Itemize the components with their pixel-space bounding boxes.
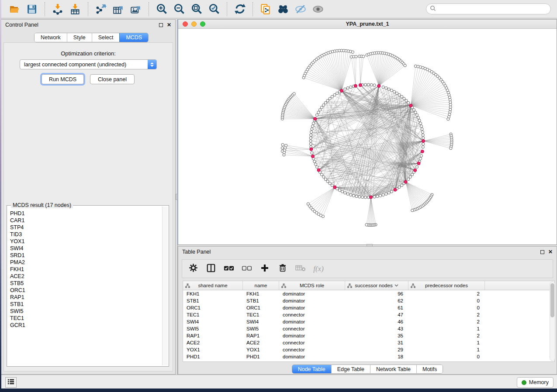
table-row[interactable]: RAP1RAP1dominator352 [183, 332, 554, 339]
task-history-button[interactable] [5, 377, 17, 388]
search-input[interactable] [438, 6, 547, 13]
delete-table-button[interactable] [295, 263, 306, 275]
split-panel-button[interactable] [205, 263, 217, 275]
mcds-result-item[interactable]: STB1 [8, 301, 162, 308]
mcds-result-item[interactable]: FKH1 [8, 266, 162, 273]
delete-column-button[interactable] [277, 263, 288, 275]
tab-select[interactable]: Select [92, 33, 120, 42]
close-panel-icon[interactable]: ✕ [167, 23, 171, 27]
mcds-result-item[interactable]: STP4 [8, 224, 162, 231]
import-table-button[interactable] [66, 1, 84, 17]
export-image-button[interactable] [127, 1, 145, 17]
mcds-result-item[interactable]: YOX1 [8, 238, 162, 245]
network-titlebar[interactable]: YPA_prune.txt_1 [178, 20, 557, 29]
mcds-result-item[interactable]: CAR1 [8, 217, 162, 224]
close-panel-button[interactable]: Close panel [90, 74, 135, 84]
mcds-result-item[interactable]: STB5 [8, 280, 162, 287]
column-header-predecessor-nodes[interactable]: predecessor nodes [408, 281, 485, 290]
mcds-result-item[interactable]: GCR1 [8, 322, 162, 329]
mcds-result-item[interactable]: TEC1 [8, 315, 162, 322]
tab-network-table[interactable]: Network Table [370, 365, 416, 373]
mcds-node[interactable] [404, 180, 407, 183]
table-row[interactable]: YOX1YOX1connector291 [183, 346, 554, 353]
mcds-result-item[interactable]: RAP1 [8, 294, 162, 301]
export-network-button[interactable] [92, 1, 110, 17]
mcds-node[interactable] [377, 84, 381, 87]
column-header-name[interactable]: name [243, 281, 279, 290]
table-row[interactable]: SWI4SWI4dominator462 [183, 318, 554, 325]
table-settings-button[interactable] [187, 263, 199, 275]
mcds-node[interactable] [421, 150, 424, 153]
mcds-node[interactable] [354, 84, 357, 87]
float-panel-icon[interactable] [540, 250, 544, 254]
mcds-node[interactable] [417, 162, 420, 165]
scrollbar-thumb[interactable] [550, 283, 554, 317]
tab-node-table[interactable]: Node Table [292, 365, 331, 373]
column-header-successor-nodes[interactable]: successor nodes [345, 281, 408, 290]
tab-network[interactable]: Network [35, 33, 67, 42]
create-column-button[interactable] [259, 263, 270, 275]
memory-button[interactable]: Memory [517, 377, 554, 388]
mcds-node[interactable] [340, 89, 343, 92]
mcds-node[interactable] [310, 148, 313, 151]
tab-style[interactable]: Style [67, 33, 92, 42]
mcds-node[interactable] [333, 186, 336, 189]
table-row[interactable]: ORC1ORC1dominator610 [183, 304, 554, 311]
table-row[interactable]: STB1STB1dominator620 [183, 297, 554, 304]
export-table-button[interactable] [110, 1, 127, 17]
table-row[interactable]: TEC1TEC1connector472 [183, 311, 554, 318]
save-session-button[interactable] [23, 1, 41, 17]
mcds-result-item[interactable]: ORC1 [8, 287, 162, 294]
zoom-out-button[interactable] [170, 1, 188, 17]
mcds-list-scrollbar[interactable] [162, 206, 168, 365]
network-search-field[interactable] [426, 3, 551, 14]
network-graph[interactable] [178, 29, 557, 244]
optimization-criterion-dropdown[interactable]: largest connected component (undirected) [20, 59, 157, 69]
refresh-button[interactable] [231, 1, 249, 17]
mcds-node[interactable] [409, 104, 412, 107]
column-label: predecessor nodes [425, 283, 468, 288]
mcds-node[interactable] [369, 196, 372, 199]
mcds-node[interactable] [394, 188, 397, 191]
mcds-node[interactable] [422, 139, 425, 142]
column-header-shared-name[interactable]: shared name [183, 281, 243, 290]
mcds-result-item[interactable]: PHD1 [8, 210, 162, 217]
mcds-node[interactable] [359, 83, 362, 86]
mcds-node[interactable] [311, 155, 314, 158]
mcds-result-item[interactable]: ACE2 [8, 273, 162, 280]
first-neighbors-button[interactable] [274, 1, 292, 17]
mcds-node[interactable] [317, 168, 320, 172]
mcds-node[interactable] [314, 117, 317, 120]
network-canvas[interactable] [178, 29, 557, 244]
table-row[interactable]: PHD1PHD1dominator180 [183, 353, 554, 360]
mcds-result-item[interactable]: TID3 [8, 231, 162, 238]
open-session-button[interactable] [6, 1, 23, 17]
tab-edge-table[interactable]: Edge Table [331, 365, 370, 373]
table-scrollbar[interactable] [550, 282, 555, 361]
column-header-mcds-role[interactable]: MCDS role [279, 281, 345, 290]
zoom-fit-button[interactable] [188, 1, 205, 17]
import-network-button[interactable] [49, 1, 66, 17]
list-icon [7, 378, 15, 387]
table-row[interactable]: FKH1FKH1dominator962 [183, 290, 554, 297]
zoom-selected-button[interactable] [205, 1, 223, 17]
table-row[interactable]: SWI5SWI5connector431 [183, 325, 554, 332]
table-row[interactable]: ACE2ACE2connector311 [183, 339, 554, 346]
show-all-button[interactable] [309, 1, 327, 17]
deselect-all-button[interactable] [241, 263, 253, 275]
run-mcds-button[interactable]: Run MCDS [42, 74, 84, 84]
zoom-in-button[interactable] [153, 1, 170, 17]
float-panel-icon[interactable] [159, 23, 163, 27]
tab-motifs[interactable]: Motifs [416, 365, 443, 373]
clone-network-button[interactable] [257, 1, 274, 17]
mcds-result-item[interactable]: SWI4 [8, 245, 162, 252]
close-panel-icon[interactable]: ✕ [548, 250, 553, 254]
function-builder-button[interactable]: f(x) [313, 263, 324, 275]
tab-mcds[interactable]: MCDS [119, 33, 148, 42]
mcds-result-item[interactable]: SRD1 [8, 252, 162, 259]
mcds-result-item[interactable]: SWI5 [8, 308, 162, 315]
mcds-node[interactable] [414, 168, 417, 172]
hide-selected-button[interactable] [292, 1, 309, 17]
select-all-button[interactable] [223, 263, 235, 275]
mcds-result-item[interactable]: PMA2 [8, 259, 162, 266]
